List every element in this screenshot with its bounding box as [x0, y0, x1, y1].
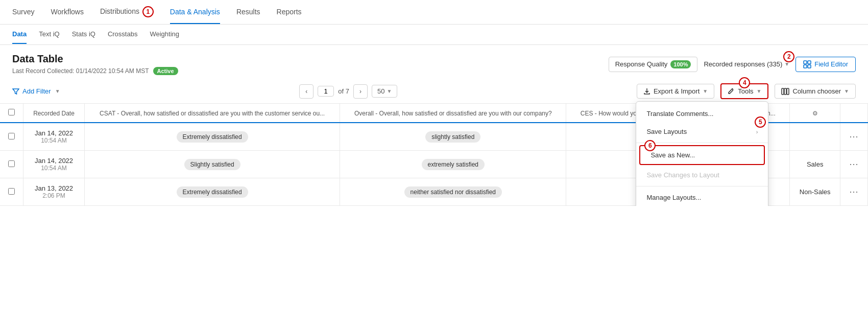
row-2-more-button[interactable]: ···	[850, 159, 859, 169]
row-1-extra	[790, 123, 840, 151]
filter-chevron[interactable]: ▼	[55, 88, 60, 94]
row-1-csat: Extremely dissatisfied	[85, 123, 340, 151]
translate-comments-item[interactable]: Translate Comments...	[636, 105, 768, 123]
field-editor-button[interactable]: Field Editor	[795, 57, 856, 72]
svg-rect-6	[787, 88, 789, 95]
svg-rect-5	[784, 88, 786, 95]
active-badge: Active	[153, 67, 178, 75]
row-1-date: Jan 14, 2022 10:54 AM	[23, 123, 85, 151]
row-2-overall-tag: extremely satisfied	[422, 159, 485, 170]
row-1-checkbox[interactable]	[8, 133, 15, 139]
menu-separator-1	[636, 143, 768, 143]
row-3-checkbox-cell	[0, 178, 23, 206]
subnav-weighting[interactable]: Weighting	[150, 25, 179, 44]
tools-container: 4 Tools ▼ Translate Comments... Save Lay…	[720, 83, 768, 99]
row-3-more: ···	[840, 178, 868, 206]
recorded-responses-label: Recorded responses (335)	[704, 60, 782, 68]
sub-nav: Data Text iQ Stats iQ Crosstabs Weightin…	[0, 25, 868, 45]
field-editor-icon	[803, 60, 811, 68]
quality-value-badge: 100%	[670, 60, 691, 68]
toolbar: Data Table Last Record Collected: 01/14/…	[0, 45, 868, 79]
recorded-responses-container: Recorded responses (335) ▼ 2	[704, 60, 789, 68]
row-3-csat-tag: Extremely dissatisfied	[177, 186, 248, 198]
row-2-date: Jan 14, 2022 10:54 AM	[23, 151, 85, 178]
column-chooser-icon	[781, 88, 789, 95]
tools-badge: 4	[739, 77, 750, 88]
toolbar-left: Data Table Last Record Collected: 01/14/…	[12, 53, 178, 75]
menu-separator-2	[636, 186, 768, 186]
export-import-label: Export & Import	[654, 87, 700, 95]
checkbox-header	[0, 104, 23, 123]
prev-page-button[interactable]: ‹	[299, 84, 314, 99]
recorded-responses-badge: 2	[783, 51, 794, 62]
filter-left: Add Filter ▼	[12, 87, 60, 95]
nav-data-analysis[interactable]: Data & Analysis	[170, 1, 220, 24]
tools-icon	[728, 88, 735, 95]
tools-button[interactable]: 4 Tools ▼	[720, 83, 768, 99]
nav-reports[interactable]: Reports	[277, 1, 302, 24]
header-recorded-date: Recorded Date	[23, 104, 85, 123]
response-quality-button[interactable]: Response Quality 100%	[609, 57, 698, 72]
next-page-button[interactable]: ›	[353, 84, 368, 99]
row-2-csat: Slightly satisfied	[85, 151, 340, 178]
filter-right: Export & Import ▼ 4 Tools ▼ Translate Co…	[637, 83, 856, 99]
save-as-new-item[interactable]: Save as New... 6	[639, 145, 765, 165]
row-2-overall: extremely satisfied	[340, 151, 566, 178]
settings-icon[interactable]: ⚙	[812, 110, 818, 117]
subnav-crosstabs[interactable]: Crosstabs	[108, 25, 138, 44]
subnav-statsiq[interactable]: Stats iQ	[72, 25, 95, 44]
save-layouts-badge: 5	[755, 116, 766, 128]
nav-distributions[interactable]: Distributions 1	[100, 0, 154, 26]
svg-rect-3	[808, 65, 811, 68]
svg-rect-0	[804, 61, 807, 64]
per-page-button[interactable]: 50 ▼	[372, 85, 397, 98]
save-changes-item: Save Changes to Layout	[636, 166, 768, 184]
save-layouts-submenu-arrow: ›	[756, 129, 758, 135]
row-3-overall-tag: neither satisfied nor dissatisfied	[404, 186, 502, 198]
response-quality-label: Response Quality	[615, 60, 668, 68]
recorded-responses-button[interactable]: Recorded responses (335) ▼ 2	[704, 60, 789, 68]
filter-center: ‹ of 7 › 50 ▼	[299, 84, 397, 99]
table-subtitle: Last Record Collected: 01/14/2022 10:54 …	[12, 67, 178, 75]
header-overall: Overall - Overall, how satisfied or diss…	[340, 104, 566, 123]
row-2-extra: Sales	[790, 151, 840, 178]
export-icon	[643, 88, 650, 95]
header-csat: CSAT - Overall, how satisfied or dissati…	[85, 104, 340, 123]
save-layouts-item[interactable]: Save Layouts › 5	[636, 123, 768, 141]
svg-rect-1	[808, 61, 811, 64]
svg-rect-2	[804, 65, 807, 68]
last-record-text: Last Record Collected: 01/14/2022 10:54 …	[12, 67, 149, 75]
total-pages-label: of 7	[338, 87, 349, 95]
subnav-data[interactable]: Data	[12, 25, 27, 44]
row-1-overall: slightly satisfied	[340, 123, 566, 151]
row-3-csat: Extremely dissatisfied	[85, 178, 340, 206]
add-filter-label: Add Filter	[22, 87, 51, 95]
row-1-more-button[interactable]: ···	[850, 131, 859, 142]
row-2-more: ···	[840, 151, 868, 178]
row-checkbox	[0, 123, 23, 151]
row-3-checkbox[interactable]	[8, 188, 15, 195]
row-1-csat-tag: Extremely dissatisfied	[177, 131, 248, 143]
top-nav: Survey Workflows Distributions 1 Data & …	[0, 0, 868, 25]
nav-survey[interactable]: Survey	[12, 1, 35, 24]
row-3-more-button[interactable]: ···	[850, 186, 859, 197]
save-as-new-badge: 6	[644, 140, 656, 151]
nav-workflows[interactable]: Workflows	[51, 1, 84, 24]
tools-dropdown-menu: Translate Comments... Save Layouts › 5 S…	[636, 101, 768, 206]
row-1-more: ···	[840, 123, 868, 151]
header-extra: ⚙	[790, 104, 840, 123]
select-all-checkbox[interactable]	[8, 109, 15, 115]
column-chooser-button[interactable]: Column chooser ▼	[775, 84, 856, 99]
subnav-textiq[interactable]: Text iQ	[39, 25, 59, 44]
page-input[interactable]	[318, 86, 334, 97]
row-2-checkbox[interactable]	[8, 160, 15, 167]
manage-layouts-item[interactable]: Manage Layouts...	[636, 189, 768, 206]
nav-results[interactable]: Results	[236, 1, 260, 24]
filter-icon	[12, 88, 19, 95]
export-import-button[interactable]: Export & Import ▼	[637, 84, 714, 99]
toolbar-right: Response Quality 100% Recorded responses…	[609, 57, 856, 72]
svg-rect-4	[782, 88, 784, 95]
add-filter-button[interactable]: Add Filter	[12, 87, 51, 95]
tools-label: Tools	[738, 87, 753, 95]
page-title: Data Table	[12, 53, 178, 65]
